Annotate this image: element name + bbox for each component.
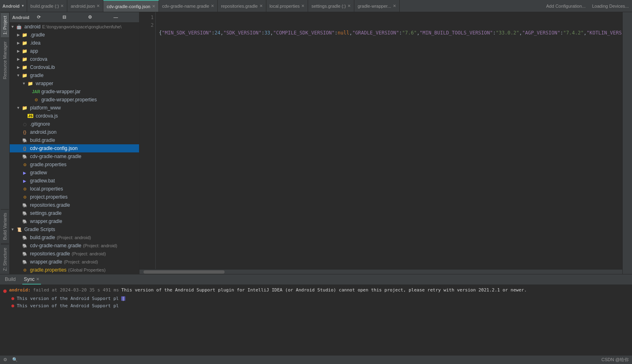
add-configuration[interactable]: Add Configuration...: [543, 4, 589, 9]
tab-close-cdv-gradle-name[interactable]: ✕: [211, 4, 214, 8]
tab-close-cdv-gradle-config[interactable]: ✕: [152, 4, 155, 9]
main-error-message: This version of the Android Support plug…: [121, 287, 527, 293]
tree-item-idea-dir[interactable]: ▶ 📁 .idea: [10, 39, 139, 47]
file-tree-body: ▼ 🤖 android E:\tongyangworkspace\gongluc…: [10, 23, 139, 274]
tab-label-gradle-wrapper: gradle-wrapper...: [358, 4, 391, 9]
tree-item-cdv-gradle-config-file[interactable]: {} cdv-gradle-config.json: [10, 144, 139, 152]
tree-item-gs-repositories[interactable]: 🐘 repositories.gradle (Project: android): [10, 250, 139, 258]
icon-gradlew-file: ▶: [21, 169, 28, 176]
bottom-panel: Build Sync ✕ ● android: failed at 2024-0…: [0, 274, 632, 355]
tree-item-cordova-dir[interactable]: ▶ 📁 cordova: [10, 55, 139, 63]
sub-error-1-item[interactable]: ● This version of the Android Support pl…: [3, 295, 629, 302]
icon-gitignore: ◌: [21, 121, 28, 127]
icon-gradle-wrapper-jar: JAR: [32, 88, 40, 95]
tree-item-gs-wrapper-gradle[interactable]: 🐘 wrapper.gradle (Project: android): [10, 258, 139, 266]
project-vtab[interactable]: 1: Project: [1, 12, 9, 38]
tab-label-repositories-gradle: repositories.gradle: [221, 4, 258, 9]
tree-item-platform-www[interactable]: ▼ 📁 platform_www: [10, 104, 139, 112]
tab-cdv-gradle-name[interactable]: cdv-gradle-name.gradle✕: [159, 0, 218, 12]
settings-icon[interactable]: ⚙: [87, 14, 111, 21]
build-variants-vtab[interactable]: Build Variants: [1, 209, 9, 244]
tree-item-gradle-dir[interactable]: ▶ 📁 .gradle: [10, 31, 139, 39]
label-gitignore: .gitignore: [30, 121, 50, 127]
tree-item-gradle-wrapper-props[interactable]: ⚙ gradle-wrapper.properties: [10, 96, 139, 104]
sync-tab-close[interactable]: ✕: [36, 277, 39, 281]
icon-cordovalib-dir: 📁: [21, 64, 28, 71]
tab-settings-gradle[interactable]: settings.gradle (:)✕: [308, 0, 354, 12]
icon-idea-dir: 📁: [21, 40, 28, 46]
label-gradle-wrapper-jar: gradle-wrapper.jar: [41, 89, 81, 94]
tree-item-gs-gradle-props[interactable]: ⚙ gradle.properties (Global Properties): [10, 266, 139, 274]
bottom-content: ● android: failed at 2024-03-20 35 s 491…: [0, 285, 632, 355]
chevron-icon: ▼: [21, 4, 24, 8]
tab-gradle-wrapper[interactable]: gradle-wrapper...✕: [354, 0, 400, 12]
main-error-item[interactable]: ● android: failed at 2024-03-20 35 s 491…: [3, 287, 629, 295]
structure-vtab[interactable]: Z: Structure: [1, 244, 9, 274]
editor-area: 1 2 {"MIN_SDK_VERSION":24,"SDK_VERSION":…: [139, 12, 622, 274]
resource-manager-vtab[interactable]: Resource Manager: [1, 38, 9, 83]
cursor-indicator: |: [121, 296, 125, 301]
tree-item-gradle-wrapper-jar[interactable]: JAR gradle-wrapper.jar: [10, 88, 139, 96]
left-vtabs-panel: 1: Project Resource Manager Build Varian…: [0, 12, 10, 274]
tree-item-gs-cdv-name[interactable]: 🐘 cdv-gradle-name.gradle (Project: andro…: [10, 242, 139, 250]
tab-close-settings-gradle[interactable]: ✕: [347, 4, 351, 8]
label-gs-wrapper-gradle: wrapper.gradle: [30, 259, 62, 265]
sub-error-2-item[interactable]: ● This version of the Android Support pl: [3, 302, 629, 309]
build-tab[interactable]: Build: [3, 274, 17, 285]
tree-item-gradlew-bat[interactable]: ▶ gradlew.bat: [10, 177, 139, 185]
sync-icon[interactable]: ⟳: [36, 14, 60, 21]
tab-close-repositories-gradle[interactable]: ✕: [259, 4, 263, 8]
tree-item-gs-build-gradle[interactable]: 🐘 build.gradle (Project: android): [10, 233, 139, 242]
tab-repositories-gradle[interactable]: repositories.gradle✕: [218, 0, 266, 12]
icon-cordova-js: JS: [27, 113, 34, 119]
arrow-platform-www: ▼: [15, 106, 21, 110]
tab-build-gradle[interactable]: build.gradle (:)✕: [27, 0, 67, 12]
tree-item-gradle-scripts[interactable]: ▼ 📜 Gradle Scripts: [10, 225, 139, 233]
scrollbar-thumb[interactable]: [144, 270, 225, 274]
tree-item-project-props-file[interactable]: ⚙ project.properties: [10, 193, 139, 201]
tree-item-repositories-gradle-file[interactable]: 🐘 repositories.gradle: [10, 201, 139, 209]
horizontal-scrollbar[interactable]: [139, 269, 622, 274]
arrow-wrapper-dir: ▼: [21, 81, 27, 86]
icon-gradle-properties-file: ⚙: [21, 161, 28, 168]
status-search-icon[interactable]: 🔍: [12, 357, 18, 362]
label-build-gradle-file: build.gradle: [30, 137, 55, 143]
status-right-text: CSDN @给你: [602, 357, 629, 363]
build-tab-label: Build: [5, 276, 16, 282]
sub-error-2-icon: ●: [11, 303, 14, 308]
icon-wrapper-gradle-file: 🐘: [21, 218, 28, 225]
tree-item-wrapper-dir[interactable]: ▼ 📁 wrapper: [10, 79, 139, 88]
tree-item-cordova-js[interactable]: JS cordova.js: [10, 112, 139, 120]
tree-item-android-json-file[interactable]: {} android.json: [10, 128, 139, 136]
status-bar: ⚙ 🔍 CSDN @给你: [0, 355, 632, 364]
label-gradle-main: gradle: [30, 73, 43, 78]
tree-item-app-dir[interactable]: ▶ 📁 app: [10, 47, 139, 55]
tree-item-gradle-properties-file[interactable]: ⚙ gradle.properties: [10, 161, 139, 169]
label-gs-build-gradle: build.gradle: [30, 235, 55, 240]
tree-item-local-props-file[interactable]: ⚙ local.properties: [10, 185, 139, 193]
tab-close-local-properties[interactable]: ✕: [301, 4, 304, 8]
close-panel-icon[interactable]: —: [113, 14, 137, 21]
tree-item-cdv-gradle-name-file[interactable]: 🐘 cdv-gradle-name.gradle: [10, 152, 139, 161]
tree-item-wrapper-gradle-file[interactable]: 🐘 wrapper.gradle: [10, 217, 139, 225]
tabs-bar: Android ▼ build.gradle (:)✕android.json✕…: [0, 0, 632, 12]
tree-item-gradlew-file[interactable]: ▶ gradlew: [10, 169, 139, 177]
tree-item-gradle-main[interactable]: ▼ 📁 gradle: [10, 71, 139, 79]
tab-close-android-json[interactable]: ✕: [96, 4, 100, 8]
tab-close-gradle-wrapper[interactable]: ✕: [393, 4, 396, 8]
collapse-all-icon[interactable]: ⊟: [62, 14, 86, 21]
label-cordova-js: cordova.js: [36, 113, 58, 119]
code-editor[interactable]: {"MIN_SDK_VERSION":24,"SDK_VERSION":33,"…: [156, 12, 622, 269]
tab-local-properties[interactable]: local.properties✕: [266, 0, 309, 12]
tree-item-cordovalib-dir[interactable]: ▶ 📁 CordovaLib: [10, 63, 139, 71]
project-selector[interactable]: Android ▼: [0, 0, 27, 12]
tree-item-gitignore[interactable]: ◌ .gitignore: [10, 120, 139, 128]
loading-devices[interactable]: Loading Devices...: [589, 4, 632, 9]
sync-tab[interactable]: Sync ✕: [22, 274, 41, 285]
tab-close-build-gradle[interactable]: ✕: [60, 4, 64, 8]
tree-item-android-root[interactable]: ▼ 🤖 android E:\tongyangworkspace\gongluc…: [10, 23, 139, 31]
tab-android-json[interactable]: android.json✕: [67, 0, 103, 12]
tree-item-build-gradle-file[interactable]: 🐘 build.gradle: [10, 136, 139, 144]
tree-item-settings-gradle-file[interactable]: 🐘 settings.gradle: [10, 209, 139, 217]
tab-cdv-gradle-config[interactable]: cdv-gradle-config.json✕: [103, 0, 159, 12]
